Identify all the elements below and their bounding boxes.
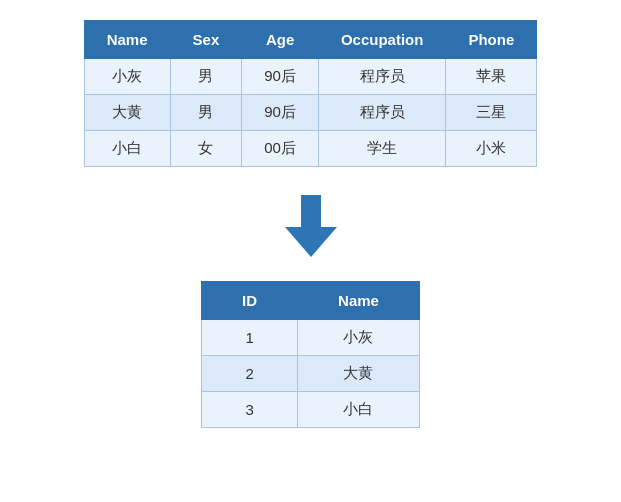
table-cell: 程序员 xyxy=(318,95,446,131)
svg-marker-0 xyxy=(285,195,337,257)
table-cell: 90后 xyxy=(242,59,319,95)
table-cell: 3 xyxy=(202,392,298,428)
table-cell: 小米 xyxy=(446,131,537,167)
top-header-cell: Occupation xyxy=(318,21,446,59)
bottom-table-wrapper: IDName 1小灰2大黄3小白 xyxy=(201,281,420,428)
top-header-cell: Phone xyxy=(446,21,537,59)
table-cell: 90后 xyxy=(242,95,319,131)
table-cell: 小灰 xyxy=(298,320,420,356)
bottom-header-cell: ID xyxy=(202,282,298,320)
top-header-cell: Age xyxy=(242,21,319,59)
table-cell: 00后 xyxy=(242,131,319,167)
bottom-header-row: IDName xyxy=(202,282,420,320)
table-cell: 1 xyxy=(202,320,298,356)
table-cell: 男 xyxy=(170,59,242,95)
table-row: 小灰男90后程序员苹果 xyxy=(84,59,537,95)
table-cell: 2 xyxy=(202,356,298,392)
top-header-cell: Name xyxy=(84,21,170,59)
table-cell: 小白 xyxy=(84,131,170,167)
top-table-wrapper: NameSexAgeOccupationPhone 小灰男90后程序员苹果大黄男… xyxy=(40,20,581,167)
table-row: 1小灰 xyxy=(202,320,420,356)
table-row: 小白女00后学生小米 xyxy=(84,131,537,167)
top-table-body: 小灰男90后程序员苹果大黄男90后程序员三星小白女00后学生小米 xyxy=(84,59,537,167)
arrow-container xyxy=(285,195,337,257)
table-cell: 女 xyxy=(170,131,242,167)
bottom-table: IDName 1小灰2大黄3小白 xyxy=(201,281,420,428)
down-arrow-icon xyxy=(285,195,337,257)
table-cell: 学生 xyxy=(318,131,446,167)
table-cell: 小灰 xyxy=(84,59,170,95)
table-cell: 大黄 xyxy=(84,95,170,131)
table-cell: 小白 xyxy=(298,392,420,428)
table-cell: 男 xyxy=(170,95,242,131)
table-cell: 三星 xyxy=(446,95,537,131)
table-cell: 苹果 xyxy=(446,59,537,95)
top-header-cell: Sex xyxy=(170,21,242,59)
table-cell: 大黄 xyxy=(298,356,420,392)
bottom-table-body: 1小灰2大黄3小白 xyxy=(202,320,420,428)
table-cell: 程序员 xyxy=(318,59,446,95)
bottom-header-cell: Name xyxy=(298,282,420,320)
top-table: NameSexAgeOccupationPhone 小灰男90后程序员苹果大黄男… xyxy=(84,20,538,167)
table-row: 3小白 xyxy=(202,392,420,428)
table-row: 大黄男90后程序员三星 xyxy=(84,95,537,131)
table-row: 2大黄 xyxy=(202,356,420,392)
top-header-row: NameSexAgeOccupationPhone xyxy=(84,21,537,59)
